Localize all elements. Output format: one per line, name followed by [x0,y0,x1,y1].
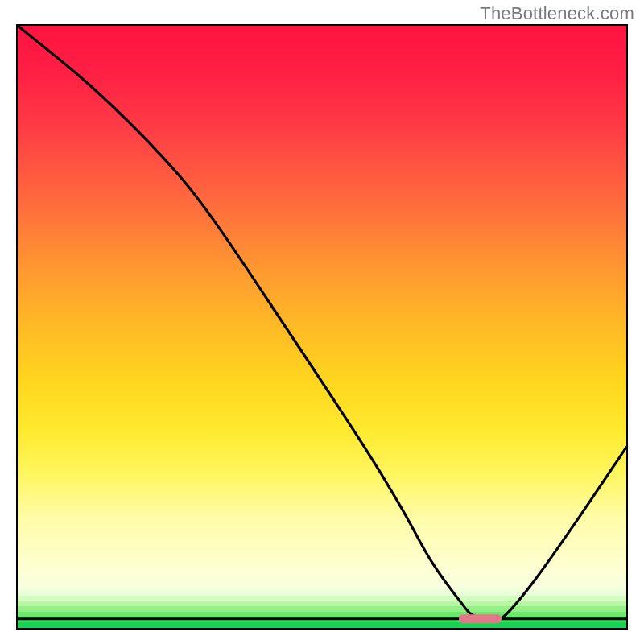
bottleneck-curve [18,26,626,620]
optimum-marker [459,614,502,623]
chart-plot-area [16,24,628,630]
watermark-text: TheBottleneck.com [480,3,634,24]
chart-overlay [18,26,626,628]
